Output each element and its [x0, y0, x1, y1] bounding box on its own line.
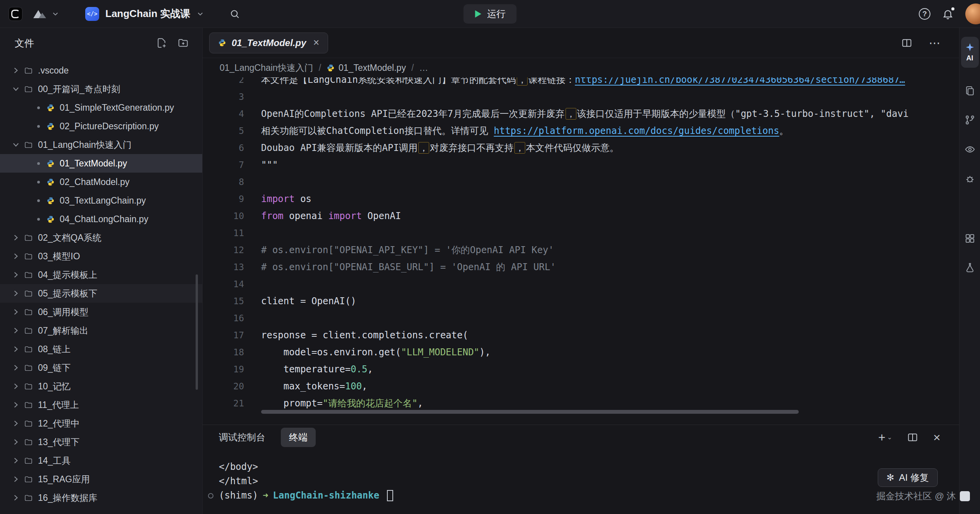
- tree-folder[interactable]: 09_链下: [0, 358, 202, 377]
- split-editor-icon[interactable]: [901, 37, 913, 49]
- lab-flask-icon[interactable]: [963, 261, 977, 274]
- line-number[interactable]: 20: [203, 378, 261, 395]
- project-title[interactable]: LangChain 实战课: [105, 7, 191, 21]
- apps-grid-icon[interactable]: [963, 232, 977, 245]
- notifications-bell-icon[interactable]: [942, 8, 954, 20]
- tree-file[interactable]: 02_ChatModel.py: [0, 173, 202, 191]
- code-line-10[interactable]: 10from openai import OpenAI: [203, 207, 959, 224]
- code-line-15[interactable]: 15client = OpenAI(): [203, 293, 959, 310]
- terminal[interactable]: </body> </html> (shims) ➜ LangChain-shiz…: [203, 450, 959, 503]
- ai-assistant-button[interactable]: AI: [961, 37, 979, 68]
- tree-folder[interactable]: 14_工具: [0, 451, 202, 470]
- line-number[interactable]: 3: [203, 88, 261, 105]
- code-editor[interactable]: 2本文件是【LangChain系统安装和快速入门】章节的配套代码，课程链接：ht…: [203, 77, 959, 425]
- tree-folder[interactable]: 16_操作数据库: [0, 488, 202, 507]
- code-line-2[interactable]: 2本文件是【LangChain系统安装和快速入门】章节的配套代码，课程链接：ht…: [203, 77, 959, 88]
- breadcrumb-more[interactable]: …: [419, 63, 428, 73]
- code-line-14[interactable]: 14: [203, 276, 959, 293]
- help-icon[interactable]: ?: [919, 8, 930, 20]
- tab-01-textmodel[interactable]: 01_TextModel.py ×: [209, 33, 328, 53]
- preview-eye-icon[interactable]: [963, 143, 977, 156]
- line-number[interactable]: 17: [203, 327, 261, 344]
- workspace-chevron-down-icon[interactable]: [51, 10, 60, 18]
- tab-close-icon[interactable]: ×: [313, 38, 320, 48]
- new-folder-icon[interactable]: [177, 37, 189, 49]
- code-line-20[interactable]: 20 max_tokens=100,: [203, 378, 959, 395]
- code-line-12[interactable]: 12# os.environ["OPENAI_API_KEY"] = '你的Op…: [203, 242, 959, 259]
- tree-file[interactable]: 03_TextLangChain.py: [0, 191, 202, 210]
- search-icon[interactable]: [229, 9, 240, 19]
- user-avatar[interactable]: [965, 3, 980, 24]
- new-terminal-button[interactable]: +⌄: [878, 431, 892, 444]
- code-line-9[interactable]: 9import os: [203, 190, 959, 207]
- tree-folder[interactable]: 13_代理下: [0, 433, 202, 451]
- app-logo-icon[interactable]: [9, 7, 22, 21]
- code-line-11[interactable]: 11: [203, 224, 959, 242]
- tree-folder[interactable]: 02_文档QA系统: [0, 228, 202, 247]
- line-number[interactable]: 12: [203, 242, 261, 259]
- code-line-6[interactable]: 6Doubao API兼容最新版本的API调用，对废弃接口不再支持，本文件代码仅…: [203, 139, 959, 156]
- code-line-19[interactable]: 19 temperature=0.5,: [203, 361, 959, 378]
- project-chevron-down-icon[interactable]: [196, 10, 205, 18]
- tree-folder[interactable]: 06_调用模型: [0, 303, 202, 321]
- close-panel-icon[interactable]: ×: [933, 431, 940, 444]
- editor-horizontal-scrollbar[interactable]: [261, 410, 799, 414]
- breadcrumb-file[interactable]: 01_TextModel.py: [339, 63, 406, 73]
- line-number[interactable]: 4: [203, 105, 261, 122]
- tree-file[interactable]: 04_ChatLongChain.py: [0, 210, 202, 228]
- ai-fix-button[interactable]: ✻ AI 修复: [878, 468, 938, 487]
- debug-bug-icon[interactable]: [963, 172, 977, 185]
- line-number[interactable]: 7: [203, 156, 261, 173]
- breadcrumb-folder[interactable]: 01_LangChain快速入门: [220, 62, 313, 74]
- line-number[interactable]: 5: [203, 122, 261, 139]
- tree-folder[interactable]: 11_代理上: [0, 396, 202, 414]
- line-number[interactable]: 21: [203, 395, 261, 412]
- line-number[interactable]: 14: [203, 276, 261, 293]
- tree-file[interactable]: 01_SimpleTextGeneration.py: [0, 98, 202, 117]
- tree-folder[interactable]: 07_解析输出: [0, 321, 202, 340]
- new-file-icon[interactable]: [156, 37, 167, 49]
- tree-file[interactable]: 02_PictureDescription.py: [0, 117, 202, 135]
- more-actions-icon[interactable]: ⋯: [929, 36, 941, 50]
- tree-folder[interactable]: 10_记忆: [0, 377, 202, 396]
- code-line-3[interactable]: 3: [203, 88, 959, 105]
- line-number[interactable]: 11: [203, 224, 261, 242]
- line-number[interactable]: 16: [203, 310, 261, 327]
- tree-folder[interactable]: 05_提示模板下: [0, 284, 202, 303]
- code-line-21[interactable]: 21 prompt="请给我的花店起个名",: [203, 395, 959, 412]
- line-number[interactable]: 18: [203, 344, 261, 361]
- code-line-17[interactable]: 17response = client.completions.create(: [203, 327, 959, 344]
- line-number[interactable]: 15: [203, 293, 261, 310]
- line-number[interactable]: 13: [203, 259, 261, 276]
- tree-folder[interactable]: 00_开篇词_奇点时刻: [0, 80, 202, 98]
- tree-folder[interactable]: .vscode: [0, 61, 202, 80]
- tree-folder[interactable]: 03_模型IO: [0, 247, 202, 266]
- tree-folder[interactable]: 12_代理中: [0, 414, 202, 433]
- source-control-branch-icon[interactable]: [963, 113, 977, 127]
- tree-folder[interactable]: 01_LangChain快速入门: [0, 135, 202, 154]
- code-line-5[interactable]: 5相关功能可以被ChatCompletion接口替代。详情可见 https://…: [203, 122, 959, 139]
- terminal-prompt[interactable]: (shims) ➜ LangChain-shizhanke: [208, 488, 959, 503]
- code-line-16[interactable]: 16: [203, 310, 959, 327]
- tree-folder[interactable]: 04_提示模板上: [0, 266, 202, 284]
- tree-folder[interactable]: 15_RAG应用: [0, 470, 202, 488]
- line-number[interactable]: 2: [203, 77, 261, 88]
- line-number[interactable]: 10: [203, 207, 261, 224]
- split-panel-icon[interactable]: [907, 432, 918, 443]
- code-line-18[interactable]: 18 model=os.environ.get("LLM_MODELEND"),: [203, 344, 959, 361]
- sidebar-scrollbar[interactable]: [196, 274, 198, 390]
- code-line-4[interactable]: 4OpenAI的Completions API已经在2023年7月完成最后一次更…: [203, 105, 959, 122]
- code-line-7[interactable]: 7""": [203, 156, 959, 173]
- workspace-logo-icon[interactable]: [30, 8, 48, 20]
- run-button[interactable]: 运行: [464, 4, 517, 24]
- line-number[interactable]: 6: [203, 139, 261, 156]
- docs-copy-icon[interactable]: [963, 84, 977, 97]
- tree-file[interactable]: 01_TextModel.py: [0, 154, 202, 173]
- code-line-13[interactable]: 13# os.environ["OPENAI_BASE_URL"] = 'Ope…: [203, 259, 959, 276]
- line-number[interactable]: 9: [203, 190, 261, 207]
- line-number[interactable]: 19: [203, 361, 261, 378]
- line-number[interactable]: 8: [203, 173, 261, 190]
- tab-debug-console[interactable]: 调试控制台: [219, 431, 265, 444]
- code-line-8[interactable]: 8: [203, 173, 959, 190]
- tab-terminal[interactable]: 终端: [281, 428, 316, 447]
